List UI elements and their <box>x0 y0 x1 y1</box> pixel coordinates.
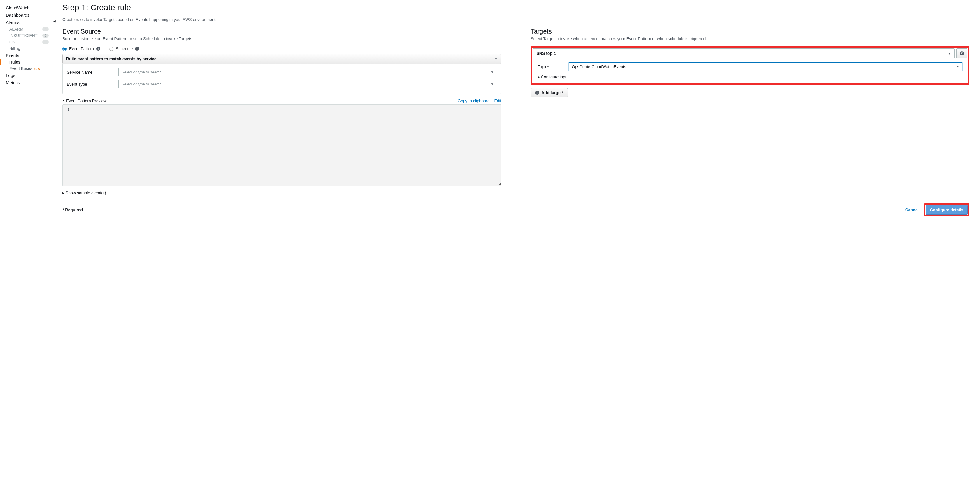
targets-title: Targets <box>531 28 970 35</box>
event-source-desc: Build or customize an Event Pattern or s… <box>62 37 501 41</box>
sidebar-item-dashboards[interactable]: Dashboards <box>0 11 54 19</box>
page-subtitle: Create rules to invoke Targets based on … <box>62 14 969 22</box>
configure-details-button[interactable]: Configure details <box>926 205 968 214</box>
sidebar-item-events[interactable]: Events <box>0 52 54 59</box>
sidebar-item-rules[interactable]: Rules <box>0 59 54 65</box>
main-content: Step 1: Create rule Create rules to invo… <box>55 0 980 478</box>
chevron-right-icon: ▶ <box>538 76 540 78</box>
build-pattern-dropdown[interactable]: Build event pattern to match events by s… <box>62 54 501 64</box>
collapse-sidebar-button[interactable]: ◀ <box>52 17 57 25</box>
chevron-down-icon: ▼ <box>495 57 498 60</box>
topic-select[interactable]: OpsGenie-CloudWatchEvents ▼ <box>569 62 963 71</box>
target-config-highlight: SNS topic ▼ ✕ Topic* OpsGenie-CloudWatch… <box>531 46 970 84</box>
chevron-down-icon: ▼ <box>956 65 959 68</box>
sidebar-item-alarm[interactable]: ALARM0 <box>0 26 54 32</box>
info-icon[interactable]: i <box>96 47 100 51</box>
close-icon: ✕ <box>960 51 964 56</box>
sidebar-item-alarms[interactable]: Alarms <box>0 19 54 26</box>
add-target-button[interactable]: + Add target* <box>531 88 568 97</box>
schedule-radio[interactable] <box>109 47 113 51</box>
info-icon[interactable]: i <box>135 47 139 51</box>
chevron-down-icon[interactable]: ▼ <box>62 99 65 102</box>
sidebar: CloudWatch Dashboards Alarms ALARM0 INSU… <box>0 0 55 478</box>
preview-label: Event Pattern Preview <box>66 98 107 103</box>
required-note: * Required <box>62 208 83 212</box>
event-pattern-preview[interactable]: {} <box>62 104 501 186</box>
remove-target-button[interactable]: ✕ <box>956 48 967 58</box>
event-source-title: Event Source <box>62 28 501 35</box>
cancel-button[interactable]: Cancel <box>905 208 919 212</box>
targets-desc: Select Target to invoke when an event ma… <box>531 37 970 41</box>
sidebar-item-cloudwatch[interactable]: CloudWatch <box>0 4 54 11</box>
copy-to-clipboard-link[interactable]: Copy to clipboard <box>458 98 490 103</box>
edit-link[interactable]: Edit <box>494 98 501 103</box>
badge-count: 0 <box>42 40 49 44</box>
configure-input-toggle[interactable]: ▶ Configure input <box>538 75 963 79</box>
schedule-label: Schedule <box>116 46 133 51</box>
event-pattern-label: Event Pattern <box>69 46 94 51</box>
chevron-right-icon: ▶ <box>62 192 64 194</box>
sidebar-item-insufficient[interactable]: INSUFFICIENT0 <box>0 32 54 39</box>
chevron-down-icon: ▼ <box>948 52 951 55</box>
footer: * Required Cancel Configure details <box>62 203 969 216</box>
sidebar-item-billing[interactable]: Billing <box>0 45 54 52</box>
event-source-column: Event Source Build or customize an Event… <box>62 28 516 195</box>
event-pattern-form: Service Name Select or type to search...… <box>62 64 501 94</box>
sidebar-item-ok[interactable]: OK0 <box>0 39 54 45</box>
service-name-select[interactable]: Select or type to search... ▼ <box>118 68 497 76</box>
event-type-select[interactable]: Select or type to search... ▼ <box>118 80 497 88</box>
chevron-down-icon: ▼ <box>491 70 494 74</box>
chevron-down-icon: ▼ <box>491 83 494 86</box>
sidebar-item-logs[interactable]: Logs <box>0 72 54 79</box>
target-type-select[interactable]: SNS topic ▼ <box>533 48 955 58</box>
service-name-label: Service Name <box>67 70 115 75</box>
badge-count: 0 <box>42 27 49 31</box>
configure-details-highlight: Configure details <box>924 203 969 216</box>
page-title: Step 1: Create rule <box>62 3 969 12</box>
show-sample-events-toggle[interactable]: ▶ Show sample event(s) <box>62 191 501 195</box>
targets-column: Targets Select Target to invoke when an … <box>516 28 970 195</box>
badge-count: 0 <box>42 33 49 38</box>
sidebar-item-event-buses[interactable]: Event BusesNEW <box>0 65 54 72</box>
event-pattern-radio[interactable] <box>62 47 67 51</box>
topic-label: Topic* <box>538 64 564 69</box>
plus-icon: + <box>535 91 539 95</box>
event-type-label: Event Type <box>67 82 115 87</box>
sidebar-item-metrics[interactable]: Metrics <box>0 79 54 86</box>
new-badge: NEW <box>33 67 40 70</box>
